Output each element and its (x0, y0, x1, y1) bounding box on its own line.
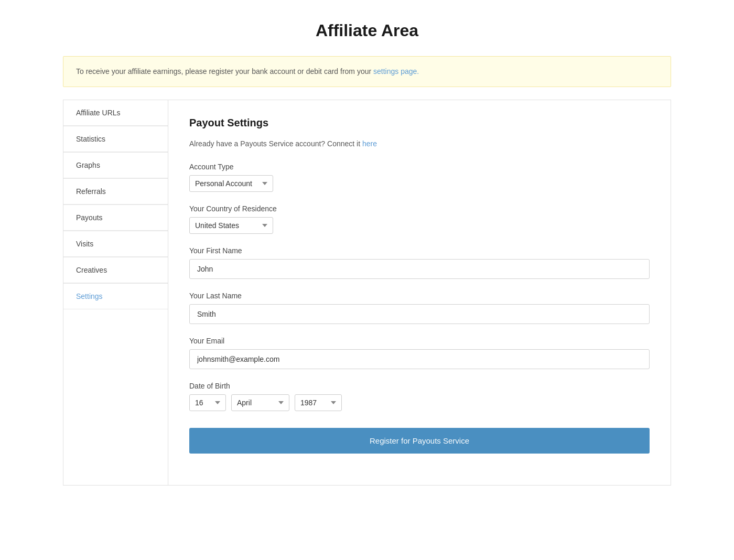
dob-row: 123 456 789 101112 131415 161718 192021 … (189, 394, 650, 411)
settings-page-link[interactable]: settings page. (373, 67, 419, 76)
page-title: Affiliate Area (63, 21, 671, 40)
main-container: Affiliate URLs Statistics Graphs Referra… (63, 100, 671, 486)
notice-banner: To receive your affiliate earnings, plea… (63, 56, 671, 87)
section-title: Payout Settings (189, 117, 650, 129)
first-name-input[interactable] (189, 259, 650, 279)
last-name-input[interactable] (189, 304, 650, 324)
email-label: Your Email (189, 337, 650, 345)
email-input[interactable] (189, 349, 650, 369)
connect-here-link[interactable]: here (362, 139, 377, 148)
country-select[interactable]: United States Canada United Kingdom Aust… (189, 217, 273, 234)
account-type-select[interactable]: Personal Account Business Account (189, 175, 273, 192)
sidebar-item-creatives[interactable]: Creatives (63, 257, 168, 283)
account-type-group: Account Type Personal Account Business A… (189, 163, 650, 192)
sidebar-item-settings[interactable]: Settings (63, 284, 168, 309)
register-button[interactable]: Register for Payouts Service (189, 428, 650, 454)
dob-day-select[interactable]: 123 456 789 101112 131415 161718 192021 … (189, 394, 226, 411)
last-name-group: Your Last Name (189, 292, 650, 324)
country-group: Your Country of Residence United States … (189, 204, 650, 234)
notice-text: To receive your affiliate earnings, plea… (76, 67, 373, 76)
content-area: Payout Settings Already have a Payouts S… (168, 100, 671, 485)
sidebar-item-payouts[interactable]: Payouts (63, 205, 168, 231)
last-name-label: Your Last Name (189, 292, 650, 300)
connect-line: Already have a Payouts Service account? … (189, 139, 650, 148)
country-label: Your Country of Residence (189, 204, 650, 213)
account-type-label: Account Type (189, 163, 650, 171)
dob-year-select[interactable]: 1980198119821983 198419851986 1987198819… (295, 394, 342, 411)
email-group: Your Email (189, 337, 650, 369)
sidebar-item-graphs[interactable]: Graphs (63, 153, 168, 178)
dob-label: Date of Birth (189, 382, 650, 390)
dob-group: Date of Birth 123 456 789 101112 131415 … (189, 382, 650, 411)
sidebar: Affiliate URLs Statistics Graphs Referra… (63, 100, 168, 485)
sidebar-item-statistics[interactable]: Statistics (63, 126, 168, 152)
sidebar-item-referrals[interactable]: Referrals (63, 179, 168, 204)
first-name-group: Your First Name (189, 246, 650, 279)
first-name-label: Your First Name (189, 246, 650, 255)
sidebar-item-visits[interactable]: Visits (63, 231, 168, 257)
dob-month-select[interactable]: JanuaryFebruaryMarch AprilMayJune JulyAu… (231, 394, 289, 411)
sidebar-item-affiliate-urls[interactable]: Affiliate URLs (63, 100, 168, 126)
